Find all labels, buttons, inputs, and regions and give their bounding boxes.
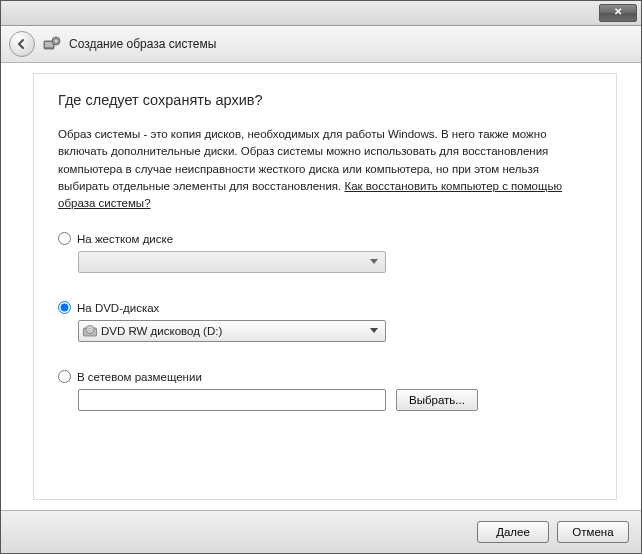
- cancel-button[interactable]: Отмена: [557, 521, 629, 543]
- wizard-window: ✕ Создание образа системы Где следует со…: [0, 0, 642, 554]
- radio-dvd[interactable]: [58, 301, 71, 314]
- header-title: Создание образа системы: [69, 37, 216, 51]
- option-dvd-label: На DVD-дисках: [77, 302, 159, 314]
- option-hdd[interactable]: На жестком диске: [58, 232, 592, 245]
- dvd-combo-value: DVD RW дисковод (D:): [101, 325, 222, 337]
- page-description: Образ системы - это копия дисков, необхо…: [58, 126, 592, 212]
- wizard-panel: Где следует сохранять архив? Образ систе…: [33, 73, 617, 500]
- titlebar: ✕: [1, 1, 641, 26]
- disc-drive-icon: [83, 324, 97, 338]
- radio-hdd[interactable]: [58, 232, 71, 245]
- hdd-combo[interactable]: [78, 251, 386, 273]
- network-path-input[interactable]: [78, 389, 386, 411]
- close-button[interactable]: ✕: [599, 4, 637, 22]
- network-row: Выбрать...: [78, 389, 592, 411]
- browse-button[interactable]: Выбрать...: [396, 389, 478, 411]
- dvd-combo[interactable]: DVD RW дисковод (D:): [78, 320, 386, 342]
- content-area: Где следует сохранять архив? Образ систе…: [1, 63, 641, 510]
- option-hdd-label: На жестком диске: [77, 233, 173, 245]
- next-button[interactable]: Далее: [477, 521, 549, 543]
- chevron-down-icon: [365, 323, 383, 339]
- back-button[interactable]: [9, 31, 35, 57]
- option-network[interactable]: В сетевом размещении: [58, 370, 592, 383]
- chevron-down-icon: [365, 254, 383, 270]
- footer-bar: Далее Отмена: [1, 510, 641, 553]
- option-network-label: В сетевом размещении: [77, 371, 202, 383]
- page-heading: Где следует сохранять архив?: [58, 92, 592, 108]
- svg-rect-1: [45, 42, 53, 47]
- back-arrow-icon: [16, 38, 28, 50]
- header-bar: Создание образа системы: [1, 26, 641, 63]
- radio-network[interactable]: [58, 370, 71, 383]
- svg-point-6: [89, 329, 91, 331]
- system-image-icon: [43, 35, 61, 53]
- option-dvd[interactable]: На DVD-дисках: [58, 301, 592, 314]
- svg-point-3: [55, 40, 58, 43]
